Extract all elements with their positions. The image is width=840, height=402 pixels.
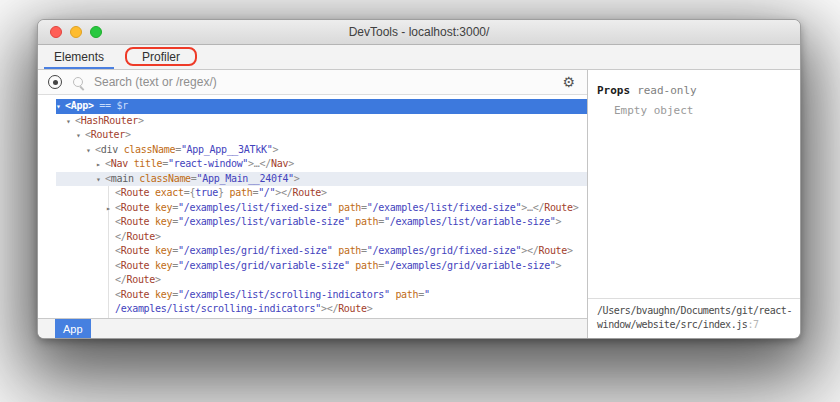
props-mode-label: read-only xyxy=(637,84,697,97)
close-button[interactable] xyxy=(50,26,62,38)
tree-text-segment: /examples/list/scrolling-indicators" xyxy=(115,303,321,314)
tree-text-segment: Route xyxy=(538,245,567,256)
tree-text-segment: "/examples/list/variable-size" xyxy=(384,216,556,227)
component-tree: ▾<App> == $r▾<HashRouter>▾<Router>▾<div … xyxy=(56,95,587,318)
search-input[interactable] xyxy=(92,74,553,90)
tree-row[interactable]: /examples/list/scrolling-indicators"></R… xyxy=(56,302,587,317)
tree-row[interactable]: <Route exact={true} path="/"></Route> xyxy=(56,186,587,201)
tree-row[interactable]: ▾<div className="App_App__3ATkK"> xyxy=(56,143,587,158)
window-titlebar[interactable]: DevTools - localhost:3000/ xyxy=(38,20,800,45)
source-location-link[interactable]: /Users/bvaughn/Documents/git/react-windo… xyxy=(588,298,800,338)
chevron-down-icon[interactable]: ▾ xyxy=(76,129,85,144)
tree-row[interactable]: <Route key="/examples/list/scroll-to-ite… xyxy=(56,317,587,319)
tree-text-segment: className xyxy=(139,173,191,184)
tree-text-segment: title xyxy=(134,158,163,169)
chevron-down-icon[interactable]: ▾ xyxy=(96,173,105,188)
tree-text-segment: "/examples/list/fixed-size" xyxy=(367,202,521,213)
screenshot-canvas: DevTools - localhost:3000/ Elements Prof… xyxy=(0,0,840,402)
tree-text-segment: "App_Main__240f4" xyxy=(197,173,294,184)
tree-row[interactable]: ▾<HashRouter> xyxy=(56,114,587,129)
tab-elements-label: Elements xyxy=(54,50,104,64)
tree-text-segment: ></ xyxy=(521,245,538,256)
tree-text-segment: > xyxy=(294,173,300,184)
tree-text-segment: Route xyxy=(292,187,321,198)
tree-row[interactable]: <Route key="/examples/grid/variable-size… xyxy=(56,259,587,274)
tree-text-segment: Route xyxy=(121,289,150,300)
props-header: Propsread-only xyxy=(588,70,800,97)
tree-text-segment: > xyxy=(556,216,562,227)
tree-text-segment: "/examples/grid/variable-size" xyxy=(384,260,556,271)
tab-bar: Elements Profiler xyxy=(38,45,800,70)
tree-row[interactable]: <Route key="/examples/grid/fixed-size" p… xyxy=(56,244,587,259)
tree-text-segment: path xyxy=(355,216,378,227)
chevron-down-icon[interactable]: ▾ xyxy=(86,144,95,159)
tree-text-segment: Route xyxy=(121,318,150,319)
tree-text-segment: "/examples/list/variable-size" xyxy=(178,216,350,227)
tree-text-segment: Nav xyxy=(271,158,288,169)
tree-text-segment: "/examples/list/fixed-size" xyxy=(178,202,332,213)
tree-text-segment: <App> xyxy=(65,100,94,111)
tree-text-segment: "react-window" xyxy=(168,158,248,169)
tree-text-segment: div xyxy=(101,144,118,155)
tree-text-segment: path xyxy=(338,245,361,256)
tree-row[interactable]: </Route> xyxy=(56,273,587,288)
tree-text-segment: path xyxy=(395,289,418,300)
tree-text-segment: > xyxy=(556,260,562,271)
tree-text-segment: key xyxy=(155,318,172,319)
tree-text-segment: "/" xyxy=(258,187,275,198)
settings-gear-icon[interactable]: ⚙ xyxy=(562,75,575,89)
tree-text-segment: > xyxy=(567,318,573,319)
tree-text-segment: Route xyxy=(121,202,150,213)
props-empty-text: Empty object xyxy=(588,97,800,117)
tree-text-segment: > xyxy=(573,202,579,213)
tree-text-segment: "/examples/grid/variable-size" xyxy=(178,260,350,271)
tree-text-segment: path xyxy=(361,318,384,319)
traffic-lights xyxy=(50,26,102,38)
tree-row[interactable]: ▸<Route key="/examples/list/fixed-size" … xyxy=(56,201,587,216)
tree-text-segment: key xyxy=(155,245,172,256)
tree-text-segment: > xyxy=(125,129,131,140)
tree-row[interactable]: </Route> xyxy=(56,230,587,245)
tree-text-segment: "/examples/grid/fixed-size" xyxy=(367,245,521,256)
props-pane: Propsread-only Empty object /Users/bvaug… xyxy=(588,70,800,338)
search-icon xyxy=(73,77,83,87)
elements-pane: ⚙ ▾<App> == $r▾<HashRouter>▾<Router>▾<di… xyxy=(38,70,588,338)
tree-text-segment: key xyxy=(155,202,172,213)
elements-toolbar: ⚙ xyxy=(38,70,587,95)
tree-text-segment: Route xyxy=(121,260,150,271)
tree-text-segment: exact xyxy=(155,187,184,198)
tree-row[interactable]: <Route key="/examples/list/variable-size… xyxy=(56,215,587,230)
tree-text-segment: >…</ xyxy=(521,202,544,213)
breadcrumb-item-app[interactable]: App xyxy=(55,319,91,338)
tree-row[interactable]: ▾<App> == $r xyxy=(56,99,587,114)
tab-profiler[interactable]: Profiler xyxy=(132,45,190,69)
tree-row[interactable]: ▾<main className="App_Main__240f4"> xyxy=(56,172,587,187)
chevron-down-icon[interactable]: ▾ xyxy=(56,100,65,115)
chevron-down-icon[interactable]: ▾ xyxy=(66,115,75,130)
tree-text-segment: > xyxy=(272,144,278,155)
tree-text-segment: key xyxy=(155,216,172,227)
tree-text-segment: > xyxy=(138,115,144,126)
tree-row[interactable]: <Route key="/examples/list/scrolling-ind… xyxy=(56,288,587,303)
tree-row[interactable]: ▸<Nav title="react-window">…</Nav> xyxy=(56,157,587,172)
tree-row[interactable]: ▾<Router> xyxy=(56,128,587,143)
chevron-right-icon[interactable]: ▸ xyxy=(96,158,105,173)
tree-text-segment: path xyxy=(338,202,361,213)
minimize-button[interactable] xyxy=(70,26,82,38)
tree-text-segment: Route xyxy=(338,303,367,314)
chevron-right-icon[interactable]: ▸ xyxy=(106,202,115,217)
inspect-element-icon[interactable] xyxy=(48,75,62,89)
source-path: /Users/bvaughn/Documents/git/react-windo… xyxy=(597,305,792,330)
tree-text-segment: path xyxy=(355,260,378,271)
tree-text-segment: "App_App__3ATkK" xyxy=(181,144,273,155)
tab-elements[interactable]: Elements xyxy=(44,45,114,69)
tree-text-segment: "/examples/list/scroll-to-item" xyxy=(390,318,567,319)
tree-text-segment: Route xyxy=(121,216,150,227)
tree-text-segment: " xyxy=(424,289,430,300)
tree-text-segment: Nav xyxy=(111,158,128,169)
tree-text-segment: key xyxy=(155,260,172,271)
source-line-number: :7 xyxy=(747,319,758,330)
tab-profiler-label: Profiler xyxy=(142,50,180,64)
zoom-button[interactable] xyxy=(90,26,102,38)
tree-text-segment: > xyxy=(155,231,161,242)
